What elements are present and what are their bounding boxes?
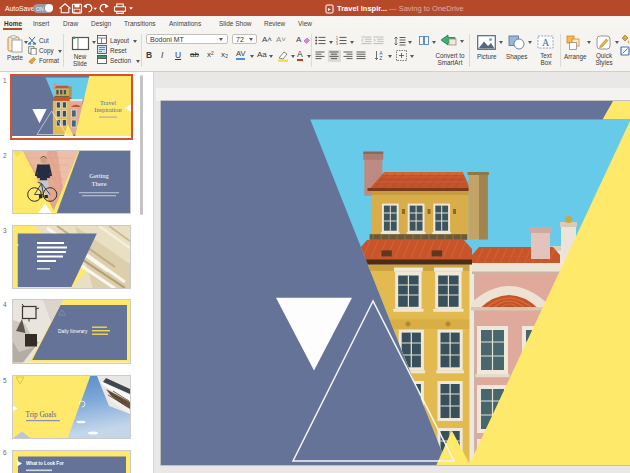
- svg-text:Daily Itinerary: Daily Itinerary: [58, 329, 88, 334]
- svg-text:A: A: [542, 37, 550, 48]
- svg-text:What to Look For: What to Look For: [26, 460, 64, 465]
- svg-text:Z: Z: [380, 56, 383, 61]
- svg-text:Getting: Getting: [89, 172, 109, 179]
- svg-text:3: 3: [336, 42, 338, 45]
- svg-text:Trip Goals: Trip Goals: [26, 410, 57, 418]
- svg-text:Inspiration: Inspiration: [94, 106, 122, 113]
- svg-text:There: There: [91, 180, 106, 187]
- svg-text:Travel: Travel: [99, 98, 115, 105]
